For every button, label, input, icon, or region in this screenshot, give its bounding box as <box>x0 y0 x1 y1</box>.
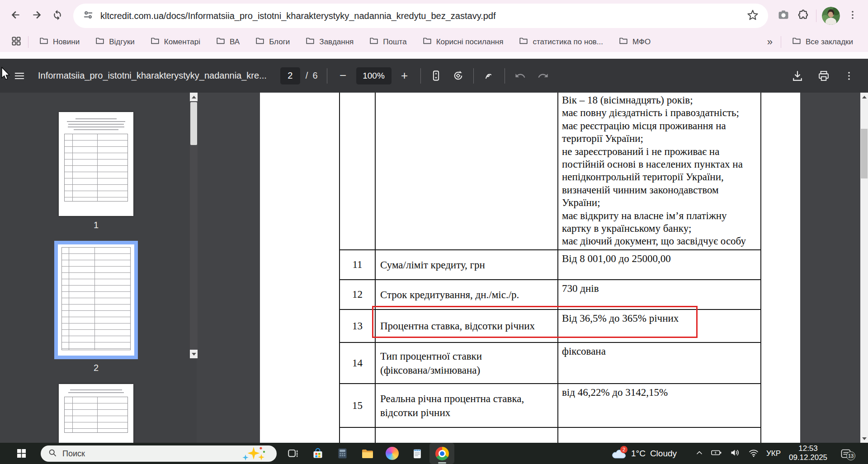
fit-page-button[interactable] <box>430 70 442 82</box>
main-scrollbar[interactable] <box>860 93 868 443</box>
pdf-menu-button[interactable] <box>14 70 25 82</box>
table-row-13-highlighted: 13 Процентна ставка, відсотки річних Від… <box>340 309 760 342</box>
start-button[interactable] <box>17 443 26 464</box>
profile-avatar[interactable] <box>822 7 840 25</box>
page-number-input[interactable]: 2 <box>280 67 300 84</box>
chrome-button-active[interactable] <box>429 443 454 464</box>
thumb-text-line <box>68 127 124 127</box>
battery-icon[interactable] <box>711 447 722 460</box>
system-tray: УКР <box>695 443 781 464</box>
weather-condition: Cloudy <box>650 449 677 459</box>
microsoft-store-button[interactable] <box>305 443 330 464</box>
notification-center-button[interactable]: 13 <box>840 443 852 464</box>
back-button[interactable] <box>5 5 26 26</box>
bookmark-folder-blohy[interactable]: Блоги <box>247 34 297 50</box>
folder-icon <box>95 36 105 48</box>
all-bookmarks-folder[interactable]: Все закладки <box>784 34 861 50</box>
page-thumbnail-1[interactable] <box>59 112 133 216</box>
bookmark-folder-poshta[interactable]: Пошта <box>361 34 414 50</box>
sidebar-scrollbar-thumb[interactable] <box>190 102 197 145</box>
bookmark-folder-vidhuky[interactable]: Відгуки <box>87 34 142 50</box>
language-indicator[interactable]: УКР <box>766 449 781 458</box>
bookmark-folder-zavdannia[interactable]: Завдання <box>297 34 361 50</box>
address-bar[interactable]: kltcredit.com.ua/docs/Informatsiia_pro_i… <box>73 4 768 28</box>
condition-line: постійній основі в населених пунктах на <box>562 158 757 171</box>
pdf-toolbar: Informatsiia_pro_istotni_kharakterystyky… <box>0 59 868 93</box>
cell-row-label: Процентна ставка, відсотки річних <box>375 310 557 342</box>
screenshot-camera-button[interactable] <box>774 6 793 26</box>
bookmark-folder-korysni-posylannia[interactable]: Корисні посилання <box>415 34 511 50</box>
page-total: 6 <box>312 70 317 81</box>
taskbar-weather-widget[interactable]: 2 1°C Cloudy <box>611 443 677 464</box>
folder-icon <box>618 36 628 48</box>
zoom-out-button[interactable]: − <box>336 69 350 83</box>
scroll-down-button[interactable] <box>860 434 868 443</box>
extensions-button[interactable] <box>793 6 813 26</box>
label-line: Строк кредитування, дн./міс./р. <box>380 288 557 302</box>
cell-row-label <box>375 428 557 443</box>
url-text[interactable]: kltcredit.com.ua/docs/Informatsiia_pro_i… <box>100 11 496 21</box>
bookmark-folder-statystyka[interactable]: статистика по нов... <box>511 34 611 50</box>
bookmarks-overflow-chevron[interactable]: » <box>762 36 778 48</box>
browser-menu-button[interactable] <box>843 6 863 26</box>
taskbar-clock[interactable]: 12:53 09.12.2025 <box>784 444 832 462</box>
condition-line: території України; <box>562 132 757 145</box>
browser-toolbar: kltcredit.com.ua/docs/Informatsiia_pro_i… <box>0 0 868 32</box>
bookmark-folder-novyny[interactable]: Новини <box>31 34 87 50</box>
forward-button[interactable] <box>26 5 47 26</box>
thumb-text-line <box>68 124 123 125</box>
task-view-button[interactable] <box>280 443 305 464</box>
cell-row-value: Від 36,5% до 365% річних <box>557 310 760 342</box>
cell-row-number: 12 <box>340 280 375 309</box>
page-thumbnail-2 <box>58 244 134 356</box>
page-separator: / <box>306 70 308 81</box>
scroll-up-button[interactable] <box>860 93 868 101</box>
copilot-button[interactable] <box>380 443 405 464</box>
bookmark-star-icon[interactable] <box>746 9 759 23</box>
all-bookmarks-label: Все закладки <box>806 37 853 47</box>
notepad-button[interactable] <box>405 443 429 464</box>
file-explorer-icon <box>361 447 374 460</box>
thumb-table-line <box>94 248 95 350</box>
reload-button[interactable] <box>47 5 68 26</box>
page-thumbnail-3[interactable] <box>59 384 133 443</box>
pen-squiggle-icon <box>483 70 495 82</box>
redo-button[interactable] <box>537 70 549 82</box>
zoom-in-button[interactable]: + <box>398 69 411 83</box>
sidebar-scroll-down-button[interactable] <box>190 350 198 358</box>
bookmark-folder-mfo[interactable]: МФО <box>611 34 658 50</box>
scroll-down-icon <box>192 353 196 356</box>
apps-grid-icon[interactable] <box>7 36 25 48</box>
toolbar-divider <box>505 68 505 84</box>
sidebar-scrollbar[interactable] <box>190 93 198 358</box>
fit-page-icon <box>430 70 442 82</box>
wifi-icon[interactable] <box>748 447 760 460</box>
taskbar-search-box[interactable]: Поиск <box>41 445 277 462</box>
pdf-more-options-button[interactable] <box>844 70 854 81</box>
chrome-icon <box>435 447 449 460</box>
scroll-up-icon <box>192 96 196 98</box>
main-scrollbar-thumb[interactable] <box>861 129 868 178</box>
site-controls-icon[interactable] <box>82 9 94 23</box>
toolbar-divider <box>420 68 421 84</box>
speaker-icon[interactable] <box>729 447 741 460</box>
condition-line: картку в українському банку; <box>562 222 757 235</box>
page-thumbnail-2-selected[interactable] <box>54 241 138 359</box>
undo-button[interactable] <box>514 70 526 82</box>
annotate-button[interactable] <box>483 70 495 82</box>
rotate-button[interactable] <box>452 70 464 82</box>
sidebar-scroll-up-button[interactable] <box>190 93 198 101</box>
thumb-table-line <box>97 397 98 432</box>
bookmark-folder-va[interactable]: ВА <box>208 34 247 50</box>
cell-row-label: Сума/ліміт кредиту, грн <box>375 250 557 279</box>
download-button[interactable] <box>791 70 804 82</box>
weather-cloud-wrap: 2 <box>611 448 627 459</box>
weather-alert-badge: 2 <box>620 446 627 453</box>
bookmark-folder-komentari[interactable]: Коментарі <box>142 34 208 50</box>
file-explorer-button[interactable] <box>355 443 380 464</box>
zoom-level[interactable]: 100% <box>356 67 392 84</box>
calculator-button[interactable] <box>330 443 355 464</box>
print-button[interactable] <box>817 70 830 82</box>
hidden-icons-chevron[interactable] <box>695 448 704 459</box>
bookmark-label: Коментарі <box>164 37 200 47</box>
